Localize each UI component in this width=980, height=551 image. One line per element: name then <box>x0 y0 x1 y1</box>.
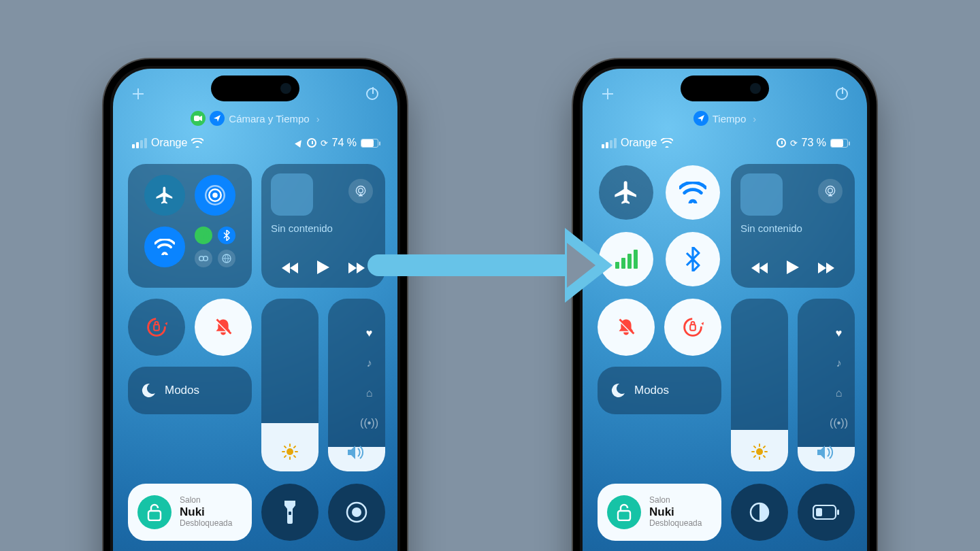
forward-button[interactable] <box>817 261 834 278</box>
unlock-icon <box>146 503 163 521</box>
svg-line-21 <box>294 446 295 448</box>
music-icon: ♪ <box>836 357 842 369</box>
home-accessory-tile[interactable]: Salon Nuki Desbloqueada <box>598 484 721 541</box>
airplay-button[interactable] <box>348 179 373 203</box>
cellular-signal-icon <box>602 138 617 148</box>
rotation-lock-icon <box>144 314 169 340</box>
airplay-icon <box>823 184 837 198</box>
connectivity-tile[interactable] <box>128 164 252 288</box>
power-menu-button[interactable] <box>832 84 852 104</box>
status-bar: Orange ⟳ 73 % <box>583 137 867 149</box>
silent-mode-toggle[interactable] <box>598 299 655 356</box>
silent-bell-icon <box>210 314 236 340</box>
svg-rect-0 <box>194 116 199 121</box>
airplane-mode-toggle[interactable] <box>144 175 185 216</box>
airdrop-toggle[interactable] <box>195 175 235 216</box>
add-control-button[interactable] <box>128 84 148 104</box>
svg-line-19 <box>294 456 295 457</box>
page-indicator[interactable]: ♥ ♪ ⌂ ((•)) <box>830 327 848 429</box>
home-icon: ⌂ <box>836 387 843 399</box>
media-artwork <box>271 173 313 216</box>
play-button[interactable] <box>317 261 329 278</box>
power-icon <box>836 88 848 100</box>
brightness-slider[interactable] <box>261 299 318 471</box>
media-artwork <box>740 173 783 216</box>
camera-icon <box>194 115 202 122</box>
hotspot-toggle[interactable] <box>195 250 212 267</box>
silent-mode-toggle[interactable] <box>195 299 252 356</box>
svg-rect-10 <box>154 324 159 331</box>
wifi-toggle[interactable] <box>666 165 720 220</box>
privacy-indicator-label: Tiempo <box>713 113 746 124</box>
heart-icon: ♥ <box>836 327 843 339</box>
home-state-label: Desbloqueada <box>180 519 232 529</box>
dynamic-island <box>681 76 769 101</box>
airplay-button[interactable] <box>818 179 843 203</box>
home-room-label: Salon <box>649 496 702 505</box>
rotation-lock-toggle[interactable] <box>128 299 185 356</box>
screen-record-button[interactable] <box>328 484 385 541</box>
play-button[interactable] <box>787 261 799 278</box>
camera-indicator-pill <box>191 111 206 126</box>
cellular-toggle[interactable] <box>195 227 212 244</box>
bluetooth-toggle[interactable] <box>666 232 720 286</box>
airplane-mode-toggle[interactable] <box>599 165 653 220</box>
low-power-button[interactable] <box>798 484 855 541</box>
hotspot-icon <box>199 254 208 263</box>
lock-rotation-icon: ⟳ <box>790 138 798 148</box>
page-indicator[interactable]: ♥ ♪ ⌂ ((•)) <box>360 327 378 429</box>
cellular-signal-icon <box>132 138 147 148</box>
cellular-icon <box>615 250 638 269</box>
privacy-indicator-row[interactable]: Tiempo › <box>583 111 867 126</box>
vpn-icon <box>222 254 231 263</box>
svg-rect-22 <box>148 511 161 520</box>
sun-icon <box>731 444 788 463</box>
brightness-slider[interactable] <box>731 299 788 471</box>
connectivity-tile <box>598 164 721 288</box>
media-label: Sin contenido <box>740 222 802 234</box>
moon-icon <box>610 382 626 399</box>
antenna-icon: ((•)) <box>360 417 378 429</box>
focus-mode-button[interactable]: Modos <box>598 367 721 414</box>
add-control-button[interactable] <box>598 84 618 104</box>
home-room-label: Salon <box>180 496 232 505</box>
svg-rect-41 <box>618 511 630 520</box>
airplay-icon <box>354 184 368 198</box>
svg-line-38 <box>764 456 765 457</box>
flashlight-button[interactable] <box>261 484 318 541</box>
airplane-icon <box>154 185 175 205</box>
media-tile[interactable]: Sin contenido <box>261 164 385 288</box>
bluetooth-icon <box>223 230 231 241</box>
phone-side-button <box>102 175 103 198</box>
status-bar: Orange ⟳ 74 % <box>113 137 397 149</box>
svg-point-13 <box>287 448 293 455</box>
lock-accessory-badge <box>607 495 641 529</box>
speaker-icon <box>328 445 385 463</box>
svg-line-37 <box>754 446 755 448</box>
rotation-lock-toggle[interactable] <box>664 299 721 356</box>
privacy-indicator-row[interactable]: Cámara y Tiempo › <box>113 111 397 126</box>
moon-icon <box>140 382 157 399</box>
phone-side-button <box>102 263 103 304</box>
svg-rect-31 <box>690 324 696 331</box>
chevron-right-icon: › <box>316 113 320 124</box>
phone-after: Tiempo › Orange ⟳ 73 % <box>572 58 878 551</box>
vpn-toggle[interactable] <box>218 250 235 267</box>
focus-mode-button[interactable]: Modos <box>128 367 252 414</box>
phone-screen: Tiempo › Orange ⟳ 73 % <box>583 69 867 551</box>
svg-point-26 <box>828 188 833 193</box>
home-icon: ⌂ <box>366 387 373 399</box>
heart-icon: ♥ <box>366 327 373 339</box>
location-indicator-pill <box>693 111 708 126</box>
power-menu-button[interactable] <box>362 84 382 104</box>
wifi-icon <box>679 182 706 203</box>
forward-button[interactable] <box>347 261 365 278</box>
wifi-toggle[interactable] <box>144 227 185 267</box>
bluetooth-toggle[interactable] <box>218 227 235 244</box>
svg-point-7 <box>359 188 363 193</box>
rewind-button[interactable] <box>751 261 769 278</box>
rewind-button[interactable] <box>282 261 299 278</box>
contrast-button[interactable] <box>731 484 788 541</box>
media-tile[interactable]: Sin contenido <box>731 164 855 288</box>
home-accessory-tile[interactable]: Salon Nuki Desbloqueada <box>128 484 252 541</box>
